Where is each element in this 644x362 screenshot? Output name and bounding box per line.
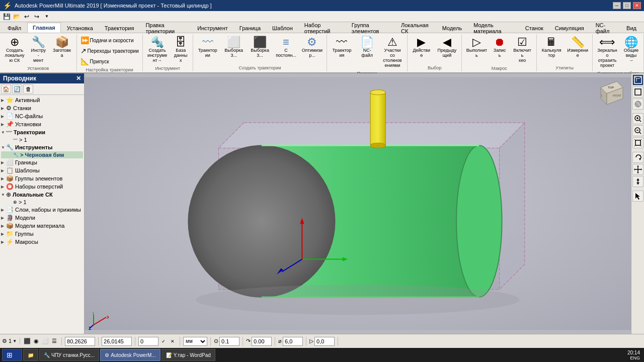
explorer-refresh-button[interactable]: 🔄 — [12, 84, 22, 94]
viewport[interactable]: X Y Z TOP L FRONT — [85, 73, 631, 334]
tab-template[interactable]: Шаблон — [267, 23, 298, 33]
vp-zoom-in-button[interactable] — [632, 113, 643, 124]
undo-button[interactable]: ↩ — [22, 12, 31, 21]
maximize-button[interactable]: □ — [623, 2, 631, 9]
vp-wireframe-button[interactable] — [632, 86, 643, 98]
tab-local-cs[interactable]: Локальная СК — [395, 23, 436, 33]
stock-button[interactable]: 📦 Заготовка — [49, 35, 74, 60]
tab-home[interactable]: Главная — [27, 23, 61, 33]
feeds-speeds-button[interactable]: ⏩ Подачи и скорости — [79, 35, 140, 45]
tab-hole-set[interactable]: Набор отверстий — [299, 23, 346, 33]
vp-zoom-button[interactable] — [632, 176, 643, 187]
tab-setup[interactable]: Установка — [61, 23, 99, 33]
shared-views-button[interactable]: 🌐 Общиевиды → — [621, 35, 641, 65]
coord-x-input[interactable] — [65, 337, 95, 346]
tree-item-groups[interactable]: ▶ 📁 Группы — [1, 230, 83, 238]
tree-item-setups[interactable]: ▶ 📌 Установки — [1, 120, 83, 128]
redo-button[interactable]: ↪ — [32, 12, 41, 21]
check-collisions-button[interactable]: ⚠ Участки состолкновениями — [380, 35, 405, 70]
tolerance-input[interactable] — [219, 337, 239, 346]
status-3d-btn[interactable]: ⬛ — [23, 337, 31, 345]
tool-button[interactable]: 🔧 Инстру-мент — [28, 35, 48, 65]
explorer-delete-button[interactable]: 🗑 — [23, 84, 33, 94]
setup-dropdown-icon[interactable]: ▼ — [13, 339, 17, 343]
explorer-close-icon[interactable]: ✕ — [76, 75, 81, 82]
status-wire-btn[interactable]: ⬜ — [41, 337, 49, 345]
vp-pan-button[interactable] — [632, 164, 643, 175]
optimize-button[interactable]: ⚙ Оптимизир... — [299, 35, 325, 60]
save-button[interactable]: 💾 — [2, 12, 11, 21]
tree-item-hole-sets[interactable]: ▶ ⭕ Наборы отверстий — [1, 183, 83, 191]
create-tool-button[interactable]: 🔩 Создатьинструмент→ — [145, 35, 170, 65]
feed-input[interactable] — [283, 337, 303, 346]
spindle-input[interactable] — [252, 337, 272, 346]
record-button[interactable]: ⏺ Запись — [490, 35, 509, 60]
tab-machine[interactable]: Станок — [520, 23, 549, 33]
titlebar-right[interactable]: ─ □ ✕ — [613, 2, 641, 9]
check-nc-button[interactable]: 📄 NC-файл — [355, 35, 379, 60]
close-button[interactable]: ✕ — [633, 2, 641, 9]
tree-item-models[interactable]: ▶ 🗿 Модели — [1, 214, 83, 222]
taskbar-wordpad-button[interactable]: 📝 Y.тар - WordPad — [162, 349, 215, 361]
tree-item-templates[interactable]: ▶ 📋 Шаблоны — [1, 166, 83, 174]
tree-item-active[interactable]: ▶ ⭐ Активный — [1, 96, 83, 104]
open-button[interactable]: 📂 — [12, 12, 21, 21]
vp-3d-view-button[interactable] — [632, 74, 643, 85]
vp-shaded-button[interactable] — [632, 99, 643, 110]
explorer-home-button[interactable]: 🏠 — [1, 84, 11, 94]
run-macro-button[interactable]: ▷ Выполнить — [464, 35, 489, 60]
coord-z-input[interactable] — [138, 337, 158, 346]
tab-tool[interactable]: Инструмент — [192, 23, 233, 33]
tab-toolpath-rules[interactable]: Правка траектории — [140, 23, 191, 33]
allowance-button[interactable]: 📐 Припуск — [79, 56, 140, 66]
unit-dropdown[interactable]: мм дюйм — [183, 337, 207, 346]
enable-heo-button[interactable]: ☑ Включитьхео — [510, 35, 534, 65]
tab-model[interactable]: Модель — [437, 23, 467, 33]
vp-rotate-button[interactable] — [632, 152, 643, 163]
check-trajectory-button[interactable]: 〰 Траектория — [329, 35, 354, 60]
tab-feature-set[interactable]: Группа элементов — [346, 23, 395, 33]
status-shaded-btn[interactable]: ◉ — [32, 337, 40, 345]
vp-fit-button[interactable] — [632, 137, 643, 148]
measure-button[interactable]: 📏 Измерение — [565, 35, 590, 60]
minimize-button[interactable]: ─ — [613, 2, 621, 9]
create-local-cs-button[interactable]: ⊕ Создатьлокальную СК — [2, 35, 27, 65]
tree-item-nc-files[interactable]: ▶ 📄 NC-файлы — [1, 112, 83, 120]
viewcube[interactable]: TOP L FRONT — [595, 77, 627, 110]
mirror-project-button[interactable]: ⟺ Зеркальноотразить проект — [595, 35, 620, 70]
taskbar-powermill-button[interactable]: ⚙ Autodesk PowerM... — [100, 349, 160, 361]
coord-confirm-btn[interactable]: ✓ — [159, 337, 168, 345]
tree-item-roughing-bim[interactable]: 🔧 > Черновая бим — [1, 151, 83, 158]
file-explorer-button[interactable]: 📁 — [23, 349, 38, 361]
tree-item-tools[interactable]: ▼ 🔧 Инструменты — [1, 143, 83, 151]
previous-button[interactable]: ◀ Предыдущий — [434, 35, 459, 60]
tab-toolpath[interactable]: Траектория — [99, 23, 140, 33]
tree-item-trajectories[interactable]: ▼ 〰 Траектории — [1, 128, 83, 136]
tree-item-machines[interactable]: ▶ ⚙ Станки — [1, 104, 83, 112]
tab-stock-model[interactable]: Модель материала — [468, 23, 519, 33]
taskbar-cnc-button[interactable]: 🔧 ЧПУ станки.Русс... — [39, 349, 99, 361]
constant-z-button[interactable]: ≡ С постоян... — [274, 35, 299, 60]
tab-view[interactable]: Вид — [621, 23, 642, 33]
coord-cancel-btn[interactable]: ✕ — [169, 337, 177, 345]
tree-item-boundaries[interactable]: ▶ ⬜ Границы — [1, 158, 83, 166]
coord-y-input[interactable] — [102, 337, 132, 346]
tab-nc-file[interactable]: NC-файл — [590, 23, 620, 33]
roughing-3d-button[interactable]: ⬜ Выборка 3... — [221, 35, 247, 60]
tab-simulation[interactable]: Симуляция — [549, 23, 590, 33]
tree-item-layers[interactable]: ▶ 📑 Слои, наборы и прижимы — [1, 206, 83, 214]
speed-input[interactable] — [314, 337, 335, 346]
vp-cursor-button[interactable] — [632, 191, 643, 202]
tree-item-macros[interactable]: ▶ ⚡ Макросы — [1, 238, 83, 246]
tab-file[interactable]: Файл — [2, 23, 27, 33]
tree-item-traj-1[interactable]: 〰 > 1 — [1, 136, 83, 143]
start-button[interactable]: ⊞ — [2, 349, 22, 361]
vp-zoom-out-button[interactable] — [632, 125, 643, 136]
calculator-button[interactable]: 🖩 Калькулятор — [539, 35, 564, 60]
tree-item-feature-groups[interactable]: ▶ 📦 Группы элементов — [1, 174, 83, 183]
tree-item-local-cs-1[interactable]: ⊕ > 1 — [1, 199, 83, 206]
tree-item-stock-models[interactable]: ▶ 📦 Модели материала — [1, 222, 83, 230]
database-button[interactable]: 🗄 Базаданных — [171, 35, 191, 65]
status-list-btn[interactable]: ☰ — [50, 337, 58, 345]
viewcube-icon[interactable]: TOP L FRONT — [595, 77, 627, 110]
